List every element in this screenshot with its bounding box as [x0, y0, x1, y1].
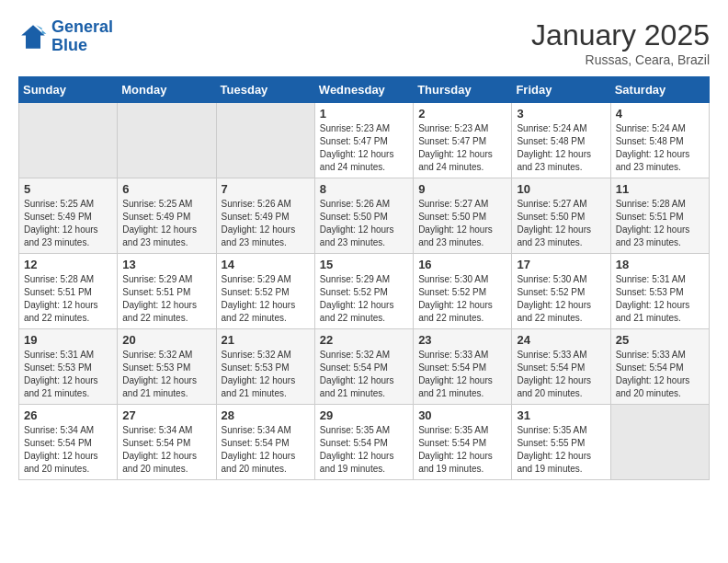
calendar-day-cell: 19Sunrise: 5:31 AM Sunset: 5:53 PM Dayli…	[19, 329, 118, 405]
logo-text: General Blue	[51, 18, 113, 55]
calendar-day-cell: 5Sunrise: 5:25 AM Sunset: 5:49 PM Daylig…	[19, 178, 118, 254]
day-info: Sunrise: 5:25 AM Sunset: 5:49 PM Dayligh…	[122, 198, 210, 249]
day-info: Sunrise: 5:33 AM Sunset: 5:54 PM Dayligh…	[616, 349, 704, 400]
calendar-day-cell: 16Sunrise: 5:30 AM Sunset: 5:52 PM Dayli…	[414, 254, 512, 329]
calendar-day-cell: 12Sunrise: 5:28 AM Sunset: 5:51 PM Dayli…	[19, 254, 118, 329]
calendar-day-cell: 31Sunrise: 5:35 AM Sunset: 5:55 PM Dayli…	[512, 405, 610, 480]
calendar-day-cell: 2Sunrise: 5:23 AM Sunset: 5:47 PM Daylig…	[414, 103, 512, 178]
day-number: 21	[222, 333, 310, 347]
day-info: Sunrise: 5:26 AM Sunset: 5:50 PM Dayligh…	[320, 198, 408, 249]
day-number: 28	[222, 408, 310, 422]
calendar-day-cell: 13Sunrise: 5:29 AM Sunset: 5:51 PM Dayli…	[118, 254, 216, 329]
day-info: Sunrise: 5:35 AM Sunset: 5:54 PM Dayligh…	[418, 424, 506, 476]
calendar-day-cell: 10Sunrise: 5:27 AM Sunset: 5:50 PM Dayli…	[512, 178, 610, 254]
calendar-day-cell: 24Sunrise: 5:33 AM Sunset: 5:54 PM Dayli…	[512, 329, 610, 405]
calendar-day-cell: 27Sunrise: 5:34 AM Sunset: 5:54 PM Dayli…	[118, 405, 216, 480]
day-number: 9	[418, 182, 506, 196]
day-number: 13	[122, 258, 210, 271]
day-info: Sunrise: 5:23 AM Sunset: 5:47 PM Dayligh…	[418, 122, 506, 174]
logo-icon	[18, 22, 48, 52]
day-info: Sunrise: 5:31 AM Sunset: 5:53 PM Dayligh…	[24, 349, 112, 400]
calendar-day-cell: 9Sunrise: 5:27 AM Sunset: 5:50 PM Daylig…	[414, 178, 512, 254]
calendar-week-row: 12Sunrise: 5:28 AM Sunset: 5:51 PM Dayli…	[19, 254, 710, 329]
calendar-week-row: 1Sunrise: 5:23 AM Sunset: 5:47 PM Daylig…	[19, 103, 710, 178]
day-info: Sunrise: 5:34 AM Sunset: 5:54 PM Dayligh…	[122, 424, 210, 476]
col-header-friday: Friday	[512, 77, 610, 103]
day-info: Sunrise: 5:32 AM Sunset: 5:53 PM Dayligh…	[122, 349, 210, 400]
day-number: 25	[616, 333, 704, 347]
calendar-day-cell: 6Sunrise: 5:25 AM Sunset: 5:49 PM Daylig…	[118, 178, 216, 254]
calendar-day-cell	[216, 103, 314, 178]
calendar-day-cell: 26Sunrise: 5:34 AM Sunset: 5:54 PM Dayli…	[19, 405, 118, 480]
day-number: 2	[418, 107, 506, 121]
day-number: 19	[24, 333, 112, 347]
col-header-tuesday: Tuesday	[216, 77, 314, 103]
col-header-thursday: Thursday	[414, 77, 512, 103]
calendar-day-cell: 1Sunrise: 5:23 AM Sunset: 5:47 PM Daylig…	[314, 103, 413, 178]
day-number: 1	[320, 107, 408, 121]
col-header-sunday: Sunday	[19, 77, 118, 103]
col-header-monday: Monday	[118, 77, 216, 103]
day-number: 22	[320, 333, 408, 347]
day-info: Sunrise: 5:29 AM Sunset: 5:52 PM Dayligh…	[320, 273, 408, 325]
calendar-day-cell: 8Sunrise: 5:26 AM Sunset: 5:50 PM Daylig…	[314, 178, 413, 254]
day-info: Sunrise: 5:31 AM Sunset: 5:53 PM Dayligh…	[616, 273, 704, 325]
col-header-wednesday: Wednesday	[314, 77, 413, 103]
day-number: 29	[320, 408, 408, 422]
calendar-day-cell: 3Sunrise: 5:24 AM Sunset: 5:48 PM Daylig…	[512, 103, 610, 178]
day-number: 26	[24, 408, 112, 422]
calendar-day-cell	[19, 103, 118, 178]
calendar-day-cell: 30Sunrise: 5:35 AM Sunset: 5:54 PM Dayli…	[414, 405, 512, 480]
calendar-day-cell: 14Sunrise: 5:29 AM Sunset: 5:52 PM Dayli…	[216, 254, 314, 329]
day-number: 3	[517, 107, 605, 121]
calendar-day-cell	[610, 405, 709, 480]
day-info: Sunrise: 5:28 AM Sunset: 5:51 PM Dayligh…	[24, 273, 112, 325]
day-number: 14	[222, 258, 310, 271]
day-number: 31	[517, 408, 605, 422]
day-number: 16	[418, 258, 506, 271]
day-info: Sunrise: 5:32 AM Sunset: 5:54 PM Dayligh…	[320, 349, 408, 400]
calendar-week-row: 5Sunrise: 5:25 AM Sunset: 5:49 PM Daylig…	[19, 178, 710, 254]
day-number: 6	[122, 182, 210, 196]
day-info: Sunrise: 5:27 AM Sunset: 5:50 PM Dayligh…	[517, 198, 605, 249]
day-info: Sunrise: 5:33 AM Sunset: 5:54 PM Dayligh…	[517, 349, 605, 400]
day-number: 30	[418, 408, 506, 422]
calendar-week-row: 26Sunrise: 5:34 AM Sunset: 5:54 PM Dayli…	[19, 405, 710, 480]
day-info: Sunrise: 5:27 AM Sunset: 5:50 PM Dayligh…	[418, 198, 506, 249]
calendar-day-cell: 17Sunrise: 5:30 AM Sunset: 5:52 PM Dayli…	[512, 254, 610, 329]
calendar-day-cell: 18Sunrise: 5:31 AM Sunset: 5:53 PM Dayli…	[610, 254, 709, 329]
day-number: 27	[122, 408, 210, 422]
calendar-day-cell: 23Sunrise: 5:33 AM Sunset: 5:54 PM Dayli…	[414, 329, 512, 405]
calendar-title: January 2025	[531, 18, 710, 52]
calendar-day-cell: 4Sunrise: 5:24 AM Sunset: 5:48 PM Daylig…	[610, 103, 709, 178]
calendar-day-cell: 21Sunrise: 5:32 AM Sunset: 5:53 PM Dayli…	[216, 329, 314, 405]
day-info: Sunrise: 5:30 AM Sunset: 5:52 PM Dayligh…	[418, 273, 506, 325]
page-header: General Blue January 2025 Russas, Ceara,…	[18, 18, 710, 67]
calendar-day-cell: 29Sunrise: 5:35 AM Sunset: 5:54 PM Dayli…	[314, 405, 413, 480]
day-number: 11	[616, 182, 704, 196]
title-block: January 2025 Russas, Ceara, Brazil	[531, 18, 710, 67]
calendar-day-cell	[118, 103, 216, 178]
calendar-day-cell: 15Sunrise: 5:29 AM Sunset: 5:52 PM Dayli…	[314, 254, 413, 329]
day-number: 10	[517, 182, 605, 196]
day-info: Sunrise: 5:24 AM Sunset: 5:48 PM Dayligh…	[616, 122, 704, 174]
calendar-subtitle: Russas, Ceara, Brazil	[531, 52, 710, 67]
calendar-day-cell: 7Sunrise: 5:26 AM Sunset: 5:49 PM Daylig…	[216, 178, 314, 254]
calendar-day-cell: 20Sunrise: 5:32 AM Sunset: 5:53 PM Dayli…	[118, 329, 216, 405]
calendar-table: SundayMondayTuesdayWednesdayThursdayFrid…	[18, 76, 710, 480]
day-info: Sunrise: 5:30 AM Sunset: 5:52 PM Dayligh…	[517, 273, 605, 325]
day-info: Sunrise: 5:29 AM Sunset: 5:52 PM Dayligh…	[222, 273, 310, 325]
day-number: 4	[616, 107, 704, 121]
day-info: Sunrise: 5:25 AM Sunset: 5:49 PM Dayligh…	[24, 198, 112, 249]
day-info: Sunrise: 5:34 AM Sunset: 5:54 PM Dayligh…	[24, 424, 112, 476]
calendar-day-cell: 22Sunrise: 5:32 AM Sunset: 5:54 PM Dayli…	[314, 329, 413, 405]
day-number: 15	[320, 258, 408, 271]
calendar-week-row: 19Sunrise: 5:31 AM Sunset: 5:53 PM Dayli…	[19, 329, 710, 405]
day-number: 18	[616, 258, 704, 271]
day-number: 7	[222, 182, 310, 196]
calendar-day-cell: 25Sunrise: 5:33 AM Sunset: 5:54 PM Dayli…	[610, 329, 709, 405]
day-info: Sunrise: 5:24 AM Sunset: 5:48 PM Dayligh…	[517, 122, 605, 174]
day-number: 23	[418, 333, 506, 347]
day-info: Sunrise: 5:32 AM Sunset: 5:53 PM Dayligh…	[222, 349, 310, 400]
calendar-header-row: SundayMondayTuesdayWednesdayThursdayFrid…	[19, 77, 710, 103]
